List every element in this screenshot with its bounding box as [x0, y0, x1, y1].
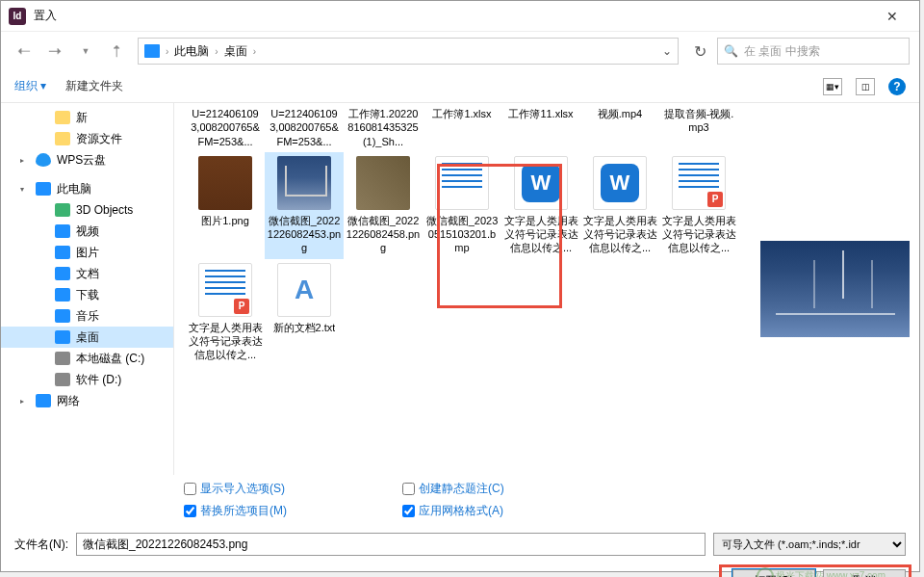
- file-thumbnail: [593, 156, 647, 210]
- sidebar-item-label: 视频: [76, 223, 99, 240]
- file-item[interactable]: P文字是人类用表义符号记录表达信息以传之...: [186, 259, 265, 366]
- file-item[interactable]: 提取音频-视频.mp3: [659, 107, 738, 152]
- breadcrumb-seg[interactable]: 此电脑: [174, 43, 209, 60]
- content: U=2124061093,008200765&FM=253&...U=21240…: [174, 103, 919, 475]
- sidebar-item-label: 音乐: [76, 308, 99, 325]
- cancel-button[interactable]: 取消: [823, 569, 906, 577]
- close-button[interactable]: ✕: [873, 9, 911, 24]
- file-item[interactable]: 视频.mp4: [580, 107, 659, 152]
- breadcrumb[interactable]: › 此电脑 › 桌面 › ⌄: [138, 38, 679, 65]
- sidebar-item[interactable]: ▸网络: [1, 390, 173, 411]
- file-thumbnail: [356, 156, 410, 210]
- vid-icon: [55, 224, 70, 238]
- chevron-down-icon[interactable]: ⌄: [662, 44, 672, 58]
- place-dialog: Id 置入 ✕ 🠐 🠒 ▼ 🠒 › 此电脑 › 桌面 › ⌄ ↻ 🔍 在 桌面 …: [0, 0, 920, 572]
- sidebar-item[interactable]: 新: [1, 107, 173, 128]
- static-caption-checkbox[interactable]: 创建静态题注(C): [402, 481, 504, 497]
- file-label: 新的文档2.txt: [273, 321, 336, 334]
- dl-icon: [55, 288, 70, 302]
- file-item[interactable]: 图片1.png: [186, 152, 265, 259]
- sidebar-item-label: 3D Objects: [76, 203, 133, 217]
- back-button[interactable]: 🠐: [11, 38, 38, 65]
- doc-icon: [55, 267, 70, 280]
- recent-dropdown[interactable]: ▼: [72, 38, 99, 65]
- disk-icon: [55, 352, 70, 365]
- file-item[interactable]: 微信截图_20230515103201.bmp: [423, 152, 501, 259]
- sidebar-item-label: 下载: [76, 287, 99, 303]
- dialog-buttons: 极光下载站 www.xz7.com 打开(O) 取消: [1, 564, 919, 577]
- file-label: 微信截图_20221226082453.png: [267, 214, 342, 255]
- sidebar-item-label: 图片: [76, 245, 99, 261]
- organize-menu[interactable]: 组织 ▾: [14, 78, 46, 94]
- file-label: 微信截图_20221226082458.png: [346, 214, 421, 255]
- chevron-right-icon: ›: [166, 46, 168, 57]
- sidebar-item[interactable]: 资源文件: [1, 128, 173, 149]
- sidebar-item[interactable]: 下载: [1, 284, 173, 305]
- sidebar-item[interactable]: 软件 (D:): [1, 369, 173, 390]
- sidebar-item[interactable]: 视频: [1, 221, 173, 242]
- up-button[interactable]: 🠒: [103, 38, 130, 65]
- filename-input[interactable]: [76, 533, 706, 556]
- file-thumbnail: [435, 156, 489, 210]
- sidebar-item[interactable]: ▾此电脑: [1, 178, 173, 199]
- net-icon: [36, 394, 51, 407]
- preview-pane: [751, 103, 919, 475]
- file-label: 提取音频-视频.mp3: [661, 107, 736, 135]
- file-item[interactable]: 工作簿1.xlsx: [423, 107, 501, 152]
- img-icon: [55, 246, 70, 259]
- file-grid[interactable]: U=2124061093,008200765&FM=253&...U=21240…: [174, 103, 751, 475]
- file-type-filter[interactable]: 可导入文件 (*.oam;*.inds;*.idr: [713, 533, 906, 556]
- file-item[interactable]: 工作簿11.xlsx: [501, 107, 580, 152]
- forward-button: 🠒: [41, 38, 68, 65]
- file-item[interactable]: 微信截图_20221226082458.png: [344, 152, 423, 259]
- breadcrumb-seg[interactable]: 桌面: [224, 43, 247, 60]
- file-label: 视频.mp4: [598, 107, 642, 120]
- sidebar-item[interactable]: 图片: [1, 242, 173, 263]
- search-icon: 🔍: [724, 44, 738, 58]
- open-button[interactable]: 打开(O): [732, 569, 815, 577]
- sidebar-item[interactable]: 桌面: [1, 327, 173, 348]
- sidebar-item[interactable]: ▸WPS云盘: [1, 149, 173, 170]
- file-label: U=2124061093,008200765&FM=253&...: [267, 107, 342, 148]
- filename-label: 文件名(N):: [14, 537, 68, 553]
- file-item[interactable]: 新的文档2.txt: [265, 259, 344, 366]
- desk-icon: [55, 330, 70, 344]
- file-item[interactable]: 工作簿1.20220816081435325(1)_Sh...: [344, 107, 423, 152]
- obj-icon: [55, 203, 70, 217]
- sidebar-item[interactable]: 音乐: [1, 305, 173, 327]
- file-item[interactable]: 文字是人类用表义符号记录表达信息以传之...: [580, 152, 659, 259]
- file-thumbnail: [277, 156, 331, 210]
- view-mode-button[interactable]: ▦▾: [823, 78, 842, 95]
- file-label: 文字是人类用表义符号记录表达信息以传之...: [582, 214, 657, 255]
- sidebar-item-label: WPS云盘: [57, 152, 106, 169]
- new-folder-button[interactable]: 新建文件夹: [65, 78, 123, 94]
- search-input[interactable]: 🔍 在 桌面 中搜索: [717, 38, 910, 65]
- sidebar: 新资源文件▸WPS云盘▾此电脑3D Objects视频图片文档下载音乐桌面本地磁…: [1, 103, 174, 475]
- show-import-options-checkbox[interactable]: 显示导入选项(S): [184, 481, 287, 497]
- grid-format-checkbox[interactable]: 应用网格格式(A): [402, 503, 504, 519]
- disk-icon: [55, 373, 70, 386]
- sidebar-item[interactable]: 本地磁盘 (C:): [1, 348, 173, 369]
- sidebar-item[interactable]: 文档: [1, 263, 173, 284]
- file-item[interactable]: U=2124061093,008200765&FM=253&...: [186, 107, 265, 152]
- file-thumbnail: [277, 263, 331, 317]
- file-thumbnail: P: [672, 156, 726, 210]
- preview-pane-button[interactable]: ◫: [856, 78, 875, 95]
- filename-row: 文件名(N): 可导入文件 (*.oam;*.inds;*.idr: [1, 525, 919, 564]
- sidebar-item[interactable]: 3D Objects: [1, 199, 173, 221]
- mus-icon: [55, 309, 70, 323]
- file-item[interactable]: 微信截图_20221226082453.png: [265, 152, 344, 259]
- file-label: 工作簿1.20220816081435325(1)_Sh...: [346, 107, 421, 148]
- file-thumbnail: [514, 156, 568, 210]
- folder-icon: [55, 132, 70, 145]
- refresh-button[interactable]: ↻: [686, 38, 713, 65]
- replace-selected-checkbox[interactable]: 替换所选项目(M): [184, 503, 287, 519]
- help-button[interactable]: ?: [888, 78, 906, 95]
- file-item[interactable]: 文字是人类用表义符号记录表达信息以传之...: [501, 152, 580, 259]
- pc-icon: [144, 44, 160, 58]
- sidebar-item-label: 文档: [76, 266, 99, 282]
- file-item[interactable]: P文字是人类用表义符号记录表达信息以传之...: [659, 152, 738, 259]
- app-icon: Id: [9, 8, 26, 25]
- sidebar-item-label: 网络: [57, 393, 80, 409]
- file-item[interactable]: U=2124061093,008200765&FM=253&...: [265, 107, 344, 152]
